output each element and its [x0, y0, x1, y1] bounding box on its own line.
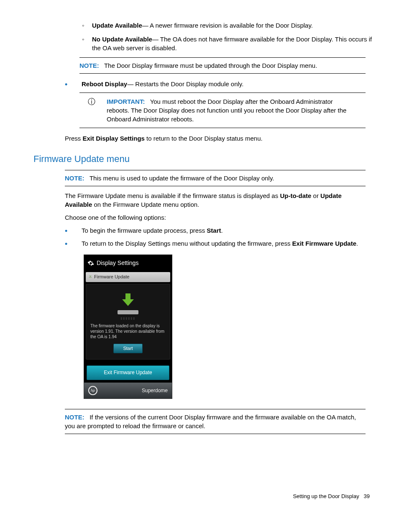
- note-block-3: NOTE: If the versions of the current Doo…: [65, 409, 366, 434]
- para-availability: The Firmware Update menu is available if…: [65, 191, 366, 209]
- footer-page-number: 39: [364, 493, 370, 499]
- label-reboot: Reboot Display: [82, 80, 127, 87]
- page-footer: Setting up the Door Display 39: [33, 493, 374, 500]
- divider: [65, 434, 366, 434]
- list-item-reboot: Reboot Display— Restarts the Door Displa…: [65, 80, 374, 88]
- divider: [79, 93, 366, 93]
- list-item-update-available: Update Available— A newer firmware revis…: [79, 21, 374, 30]
- device-screenshot: Display Settings Firmware Update ▮▮▮▮▮▮ …: [84, 254, 172, 399]
- screenshot-header: Display Settings: [84, 255, 172, 272]
- screenshot-header-text: Display Settings: [97, 259, 138, 267]
- footer-section: Setting up the Door Display: [293, 493, 359, 499]
- label-update-available: Update Available: [92, 22, 142, 29]
- divider: [79, 128, 366, 128]
- exit-firmware-button[interactable]: Exit Firmware Update: [87, 365, 169, 380]
- footer-brand: Superdome: [142, 387, 168, 394]
- divider: [65, 170, 366, 170]
- desc-update-available: — A newer firmware revision is available…: [142, 22, 313, 29]
- note-label: NOTE:: [79, 62, 99, 69]
- note-block-1: NOTE: The Door Display firmware must be …: [79, 57, 366, 74]
- divider: [65, 186, 366, 186]
- download-small-icon: [88, 274, 92, 280]
- download-arrow-icon: [120, 292, 136, 308]
- important-icon: ⓘ: [88, 95, 107, 105]
- important-label: IMPORTANT:: [107, 98, 145, 105]
- desc-reboot: — Restarts the Door Display module only.: [127, 80, 243, 87]
- firmware-version-text: The firmware loaded on the display is ve…: [90, 323, 166, 339]
- screenshot-footer: hp Superdome: [84, 383, 172, 398]
- label-no-update: No Update Available: [92, 36, 152, 43]
- para-choose: Choose one of the following options:: [65, 213, 366, 222]
- list-item-start: To begin the firmware update process, pr…: [65, 226, 374, 235]
- screenshot-body: ▮▮▮▮▮▮ The firmware loaded on the displa…: [86, 284, 170, 360]
- divider: [79, 73, 366, 74]
- list-item-exit: To return to the Display Settings menu w…: [65, 239, 374, 248]
- screenshot-subheader: Firmware Update: [86, 272, 170, 282]
- divider: [79, 57, 366, 58]
- tray-slots: ▮▮▮▮▮▮: [90, 316, 166, 321]
- important-block: ⓘ IMPORTANT: You must reboot the Door Di…: [61, 93, 366, 128]
- note-label: NOTE:: [65, 175, 84, 182]
- note-text: This menu is used to update the firmware…: [90, 175, 274, 182]
- start-button[interactable]: Start: [113, 344, 142, 353]
- press-exit-para: Press Exit Display Settings to return to…: [65, 134, 366, 143]
- note-text: If the versions of the current Door Disp…: [65, 414, 356, 429]
- list-item-no-update: No Update Available— The OA does not hav…: [79, 35, 374, 52]
- divider: [65, 409, 366, 409]
- note-label: NOTE:: [65, 414, 84, 421]
- section-heading-firmware-update: Firmware Update menu: [33, 153, 374, 166]
- hp-logo-icon: hp: [88, 386, 97, 395]
- note-text: The Door Display firmware must be update…: [104, 62, 317, 69]
- gear-icon: [87, 260, 94, 267]
- note-block-2: NOTE: This menu is used to update the fi…: [65, 170, 366, 186]
- tray-icon: [118, 310, 138, 314]
